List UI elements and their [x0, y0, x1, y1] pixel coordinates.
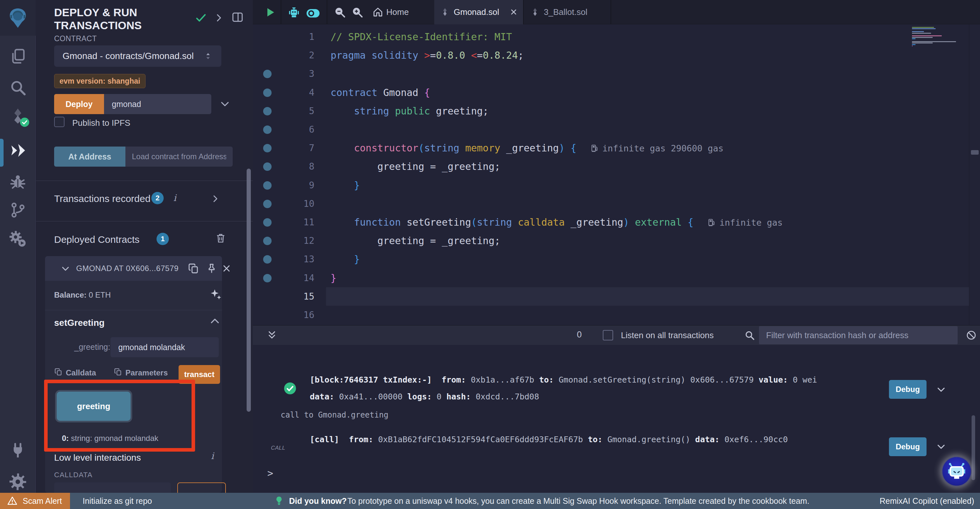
terminal-scrollbar-thumb[interactable] — [972, 415, 975, 480]
gutter-dot-icon[interactable] — [263, 274, 272, 282]
search-icon[interactable] — [744, 330, 755, 341]
run-script-icon[interactable] — [264, 6, 276, 19]
compile-success-badge — [19, 117, 30, 128]
chevron-right-icon[interactable] — [210, 194, 220, 204]
settings-gear-icon[interactable] — [9, 473, 27, 491]
gutter-dot-icon[interactable] — [263, 107, 272, 115]
chevron-down-icon[interactable] — [60, 264, 70, 274]
parameters-button[interactable]: Parameters — [126, 368, 168, 377]
debugger-icon[interactable] — [9, 172, 27, 191]
contract-instance-header[interactable]: GMONAD AT 0X606...67579 — [45, 256, 222, 281]
debug-button[interactable]: Debug — [889, 380, 926, 399]
code-line-10[interactable]: 10 — [253, 195, 969, 213]
close-icon[interactable] — [221, 263, 232, 274]
search-icon[interactable] — [9, 78, 27, 97]
close-tab-icon[interactable] — [509, 8, 518, 16]
editor-minimap[interactable] — [911, 27, 968, 124]
chevron-up-icon[interactable] — [209, 315, 221, 327]
zoom-out-icon[interactable] — [334, 6, 346, 19]
editor-scrollbar-thumb[interactable] — [971, 150, 979, 155]
code-line-15[interactable]: 15 — [253, 287, 969, 306]
code-line-6[interactable]: 6 — [253, 120, 969, 139]
code-line-4[interactable]: 4contract Gmonad { — [253, 83, 969, 102]
publish-ipfs-checkbox[interactable] — [54, 117, 65, 127]
log-entry-text[interactable]: [call] from: 0xB1aB62fdFC104512F594fCa0E… — [310, 431, 788, 448]
info-icon[interactable]: i — [173, 193, 176, 203]
copy-parameters-icon[interactable] — [114, 368, 122, 376]
gutter-dot-icon[interactable] — [263, 181, 272, 190]
scam-alert-button[interactable]: Scam Alert — [0, 493, 70, 509]
ai-sparkles-icon[interactable] — [209, 288, 223, 302]
tab-3-ballot-sol[interactable]: 3_Ballot.sol — [524, 0, 611, 24]
toggle-panel-icon[interactable] — [231, 11, 244, 23]
greeting-call-button[interactable]: greeting — [57, 392, 130, 421]
gutter-dot-icon[interactable] — [263, 255, 272, 263]
plug-icon[interactable] — [9, 442, 27, 460]
greeting-param-input[interactable] — [110, 337, 219, 357]
gutter-dot-icon[interactable] — [263, 200, 272, 208]
gutter-dot-icon[interactable] — [263, 237, 272, 245]
remix-ide-window: DEPLOY & RUN TRANSACTIONS CONTRACT Gmona… — [0, 0, 980, 509]
copilot-toggle-icon[interactable] — [305, 5, 321, 19]
expand-terminal-icon[interactable] — [266, 330, 277, 341]
low-level-transact-button[interactable] — [177, 482, 226, 493]
low-level-calldata-input[interactable] — [54, 482, 171, 493]
log-entry-text[interactable]: [block:7646317 txIndex:-] from: 0xb1a...… — [310, 372, 817, 405]
zoom-in-icon[interactable] — [351, 6, 364, 19]
code-line-14[interactable]: 14} — [253, 269, 969, 287]
code-line-8[interactable]: 8 greeting = _greeting; — [253, 157, 969, 176]
home-label[interactable]: Home — [386, 7, 409, 17]
gutter-dot-icon[interactable] — [263, 144, 272, 152]
info-icon[interactable]: i — [211, 451, 214, 461]
gutter-dot-icon[interactable] — [263, 218, 272, 227]
trash-icon[interactable] — [215, 232, 226, 244]
code-line-12[interactable]: 12 greeting = _greeting; — [253, 231, 969, 250]
code-line-1[interactable]: 1// SPDX-License-Identifier: MIT — [253, 27, 969, 46]
chevron-down-icon[interactable] — [936, 385, 946, 395]
deploy-button[interactable]: Deploy — [54, 94, 104, 114]
gutter-dot-icon[interactable] — [263, 126, 272, 134]
contract-select[interactable]: Gmonad - contracts/Gmonad.sol — [54, 45, 221, 67]
code-line-5[interactable]: 5 string public greeting; — [253, 102, 969, 120]
ai-robot-icon[interactable] — [286, 5, 301, 20]
code-line-2[interactable]: 2pragma solidity >=0.8.0 <=0.8.24; — [253, 46, 969, 64]
chevron-right-icon[interactable] — [213, 13, 224, 23]
deploy-and-run-icon[interactable] — [9, 141, 27, 160]
plugin-manager-icon[interactable] — [9, 230, 27, 248]
copilot-status-label[interactable]: RemixAI Copilot (enabled) — [880, 496, 974, 506]
copy-icon[interactable] — [188, 263, 199, 274]
remix-logo-icon[interactable] — [0, 0, 36, 36]
panel-scrollbar[interactable] — [247, 169, 251, 412]
deploy-args-input[interactable] — [104, 94, 211, 114]
remixai-copilot-avatar[interactable] — [942, 457, 971, 486]
terminal-prompt[interactable]: > — [267, 468, 273, 479]
transact-button[interactable]: transact — [178, 365, 220, 384]
pin-icon[interactable] — [206, 263, 218, 274]
chevron-down-icon[interactable] — [220, 99, 231, 110]
code-line-9[interactable]: 9 } — [253, 176, 969, 195]
code-line-3[interactable]: 3 — [253, 64, 969, 83]
source-control-icon[interactable] — [9, 201, 27, 219]
gutter-dot-icon[interactable] — [263, 70, 272, 78]
code-line-11[interactable]: 11 function setGreeting(string calldata … — [253, 213, 969, 231]
home-icon[interactable] — [372, 6, 384, 18]
chevron-down-icon[interactable] — [936, 442, 946, 452]
gutter-dot-icon[interactable] — [263, 88, 272, 97]
copy-calldata-icon[interactable] — [54, 368, 62, 376]
at-address-button[interactable]: At Address — [54, 147, 126, 167]
terminal-filter-input[interactable] — [759, 326, 958, 344]
file-explorer-icon[interactable] — [9, 47, 27, 65]
init-git-repo-button[interactable]: Initialize as git repo — [83, 496, 152, 506]
code-line-13[interactable]: 13 } — [253, 250, 969, 268]
clear-terminal-icon[interactable] — [966, 330, 977, 341]
code-line-7[interactable]: 7 constructor(string memory _greeting) {… — [253, 139, 969, 157]
listen-all-checkbox[interactable] — [603, 330, 613, 340]
gutter-dot-icon[interactable] — [263, 163, 272, 171]
tab-gmonad-sol[interactable]: Gmonad.sol — [434, 0, 524, 24]
code-editor[interactable]: 1// SPDX-License-Identifier: MIT2pragma … — [253, 24, 980, 325]
calldata-button[interactable]: Calldata — [66, 368, 96, 377]
at-address-input[interactable] — [126, 147, 233, 167]
debug-button[interactable]: Debug — [889, 437, 926, 456]
solidity-compiler-icon[interactable] — [9, 107, 27, 125]
code-line-16[interactable]: 16 — [253, 306, 969, 324]
